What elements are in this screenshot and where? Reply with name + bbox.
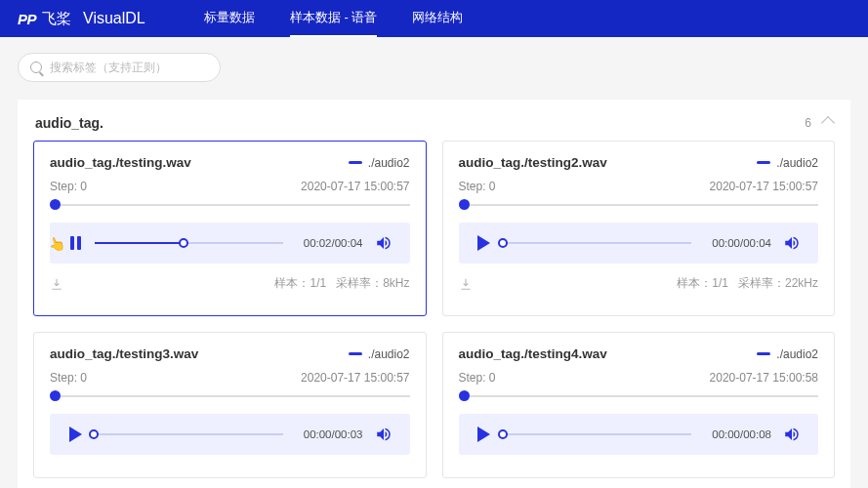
card-grid: audio_tag./testing.wav ./audio2 Step: 0 …	[29, 141, 839, 478]
brand-cn: 飞桨	[42, 10, 71, 28]
brand-logo: PP	[18, 11, 36, 27]
sample-info: 样本：1/1	[677, 275, 728, 292]
volume-button[interactable]	[783, 426, 801, 443]
step-thumb[interactable]	[459, 199, 470, 210]
card-title: audio_tag./testing2.wav	[459, 155, 607, 170]
audio-card: audio_tag./testing.wav ./audio2 Step: 0 …	[33, 141, 427, 316]
audio-thumb[interactable]	[179, 238, 188, 248]
step-thumb[interactable]	[50, 390, 61, 401]
run-color-icon	[757, 352, 770, 355]
volume-button[interactable]	[375, 426, 393, 443]
run-color-icon	[757, 161, 770, 164]
play-icon	[477, 427, 490, 442]
play-icon	[477, 235, 490, 251]
run-label: ./audio2	[368, 347, 410, 361]
download-icon[interactable]	[459, 277, 473, 291]
run-color-icon	[349, 352, 362, 355]
card-run: ./audio2	[757, 347, 818, 361]
play-icon	[69, 427, 82, 442]
play-pause-button[interactable]	[67, 427, 83, 442]
play-pause-button[interactable]	[476, 235, 492, 251]
audio-progress-slider[interactable]	[504, 427, 692, 441]
audio-player: 00:00/00:04	[459, 223, 819, 264]
audio-card: audio_tag./testing3.wav ./audio2 Step: 0…	[33, 332, 427, 478]
audio-thumb[interactable]	[498, 238, 508, 248]
tab-graph[interactable]: 网络结构	[412, 0, 463, 37]
audio-card: audio_tag./testing4.wav ./audio2 Step: 0…	[442, 332, 836, 478]
rate-info: 采样率：22kHz	[738, 275, 818, 292]
audio-time: 00:00/00:08	[703, 428, 771, 440]
audio-card: audio_tag./testing2.wav ./audio2 Step: 0…	[442, 141, 836, 316]
card-title: audio_tag./testing3.wav	[50, 346, 198, 361]
download-icon[interactable]	[50, 277, 63, 291]
audio-player: 00:00/00:08	[459, 414, 819, 455]
step-label: Step: 0	[459, 371, 496, 385]
run-label: ./audio2	[368, 156, 410, 170]
pause-icon	[70, 236, 81, 250]
play-pause-button[interactable]	[476, 427, 492, 442]
volume-icon	[783, 426, 801, 443]
collapse-icon[interactable]	[821, 116, 835, 130]
brand: PP 飞桨 VisualDL	[18, 10, 145, 28]
audio-section: audio_tag. 6 audio_tag./testing.wav ./au…	[18, 100, 850, 488]
step-thumb[interactable]	[459, 390, 470, 401]
search-icon	[30, 61, 42, 73]
searchbar-wrap	[0, 37, 868, 92]
step-slider[interactable]	[459, 197, 819, 213]
audio-time: 00:00/00:03	[295, 428, 363, 440]
timestamp: 2020-07-17 15:00:57	[710, 180, 818, 193]
timestamp: 2020-07-17 15:00:57	[301, 180, 409, 193]
volume-button[interactable]	[375, 234, 393, 252]
run-color-icon	[349, 161, 362, 164]
card-title: audio_tag./testing4.wav	[459, 346, 607, 361]
audio-player: 00:00/00:03	[50, 414, 410, 455]
card-title: audio_tag./testing.wav	[50, 155, 191, 170]
play-pause-button[interactable]	[67, 235, 83, 251]
search-input[interactable]	[50, 61, 208, 74]
rate-info: 采样率：8kHz	[336, 275, 409, 292]
searchbar[interactable]	[18, 53, 221, 82]
audio-time: 00:02/00:04	[295, 237, 363, 249]
volume-icon	[783, 234, 801, 252]
audio-progress-slider[interactable]	[95, 427, 283, 441]
tab-sample-audio[interactable]: 样本数据 - 语音	[290, 0, 378, 37]
step-label: Step: 0	[50, 371, 87, 385]
step-thumb[interactable]	[50, 199, 61, 210]
card-run: ./audio2	[757, 156, 818, 170]
card-footer: 样本：1/1 采样率：22kHz	[459, 275, 819, 292]
run-label: ./audio2	[776, 156, 818, 170]
card-footer: 样本：1/1 采样率：8kHz	[50, 275, 410, 292]
audio-progress-slider[interactable]	[504, 236, 692, 250]
volume-icon	[375, 426, 393, 443]
top-navbar: PP 飞桨 VisualDL 标量数据 样本数据 - 语音 网络结构	[0, 0, 868, 37]
nav-tabs: 标量数据 样本数据 - 语音 网络结构	[204, 0, 464, 37]
audio-time: 00:00/00:04	[703, 237, 771, 249]
section-count: 6	[805, 116, 811, 130]
audio-thumb[interactable]	[498, 429, 508, 439]
step-slider[interactable]	[50, 197, 410, 213]
timestamp: 2020-07-17 15:00:58	[710, 371, 818, 385]
audio-thumb[interactable]	[89, 429, 99, 439]
card-run: ./audio2	[349, 347, 410, 361]
tab-scalar[interactable]: 标量数据	[204, 0, 255, 37]
sample-info: 样本：1/1	[274, 275, 326, 292]
volume-icon	[375, 234, 393, 252]
timestamp: 2020-07-17 15:00:57	[301, 371, 409, 385]
audio-progress-slider[interactable]	[95, 236, 283, 250]
step-label: Step: 0	[459, 180, 496, 193]
section-header: audio_tag. 6	[29, 115, 839, 141]
volume-button[interactable]	[783, 234, 801, 252]
brand-title: VisualDL	[83, 10, 145, 27]
audio-player: 00:02/00:04 👆	[50, 223, 410, 264]
section-title: audio_tag.	[35, 115, 103, 131]
step-slider[interactable]	[459, 388, 819, 404]
step-slider[interactable]	[50, 388, 410, 404]
card-run: ./audio2	[349, 156, 410, 170]
step-label: Step: 0	[50, 180, 87, 193]
run-label: ./audio2	[776, 347, 818, 361]
